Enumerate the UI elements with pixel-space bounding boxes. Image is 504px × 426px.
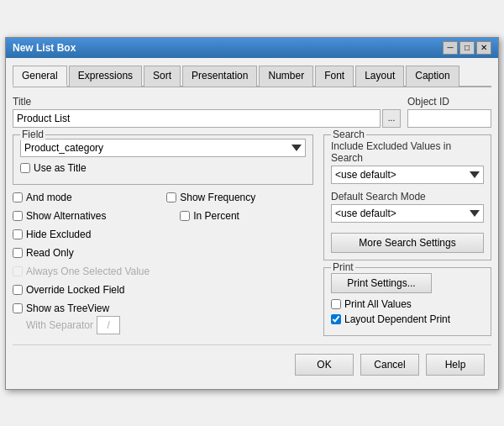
field-group: Field Product_category Use as Title [13,134,313,185]
in-percent-checkbox[interactable] [180,211,190,221]
use-as-title-checkbox[interactable] [20,163,30,173]
maximize-button[interactable]: □ [459,41,475,55]
close-button[interactable]: ✕ [476,41,491,55]
include-excluded-select[interactable]: <use default> [331,166,484,184]
show-alternatives-row: Show Alternatives [13,210,150,222]
default-search-select[interactable]: <use default> [331,204,484,223]
show-treeview-label: Show as TreeView [26,302,109,314]
override-locked-label: Override Locked Field [26,284,124,296]
field-group-label: Field [20,129,45,140]
help-button[interactable]: Help [426,354,485,376]
left-column: Field Product_category Use as Title An [13,134,313,336]
hide-excluded-label: Hide Excluded [26,229,91,240]
print-settings-button[interactable]: Print Settings... [331,273,432,293]
with-separator-label: With Separator [26,319,93,331]
use-as-title-row: Use as Title [20,162,306,174]
title-browse-button[interactable]: ... [382,109,401,128]
tab-caption[interactable]: Caption [406,66,459,87]
tab-font[interactable]: Font [315,66,354,87]
layout-dependent-row: Layout Dependent Print [331,313,484,325]
show-alternatives-checkbox[interactable] [13,211,23,221]
bottom-bar: OK Cancel Help [13,344,491,382]
tab-presentation[interactable]: Presentation [182,66,257,87]
title-label: Title [13,96,401,108]
search-group-label: Search [331,129,366,140]
read-only-checkbox[interactable] [13,248,23,258]
separator-row: With Separator [26,316,313,334]
cancel-button[interactable]: Cancel [360,354,419,376]
separator-input[interactable] [97,316,120,334]
include-excluded-label: Include Excluded Values in Search [331,140,484,164]
title-section: Title ... [13,96,401,128]
print-all-values-label: Print All Values [344,298,412,310]
title-objectid-row: Title ... Object ID [13,96,491,128]
checkboxes-area: And mode Show Alternatives Hide Excluded [13,192,313,299]
show-frequency-row: Show Frequency [166,192,255,203]
title-bar: New List Box ─ □ ✕ [6,38,498,58]
and-mode-label: And mode [26,192,72,203]
show-frequency-label: Show Frequency [180,192,255,203]
objectid-input[interactable] [407,109,491,128]
always-one-checkbox[interactable] [13,266,23,276]
always-one-label: Always One Selected Value [26,266,150,277]
tab-general[interactable]: General [13,66,67,87]
show-treeview-checkbox[interactable] [13,303,23,313]
show-treeview-row: Show as TreeView [13,302,313,314]
print-group: Print Print Settings... Print All Values… [323,267,491,336]
layout-dependent-checkbox[interactable] [331,314,341,324]
title-input[interactable] [13,109,381,128]
and-mode-row: And mode [13,192,150,203]
show-frequency-checkbox[interactable] [166,192,176,202]
default-search-label: Default Search Mode [331,191,484,202]
field-select[interactable]: Product_category [20,139,306,157]
layout-dependent-label: Layout Dependent Print [344,313,450,325]
new-list-box-dialog: New List Box ─ □ ✕ General Expressions S… [5,37,499,390]
tab-layout[interactable]: Layout [355,66,404,87]
always-one-row: Always One Selected Value [13,266,150,277]
right-checkboxes: Show Frequency In Percent [166,192,255,299]
print-all-values-row: Print All Values [331,298,484,310]
tab-bar: General Expressions Sort Presentation Nu… [13,65,491,87]
show-alternatives-label: Show Alternatives [26,210,106,222]
search-group: Search Include Excluded Values in Search… [323,134,491,260]
hide-excluded-checkbox[interactable] [13,229,23,239]
minimize-button[interactable]: ─ [443,41,458,55]
form-area: Field Product_category Use as Title An [13,134,491,336]
read-only-label: Read Only [26,247,74,259]
ok-button[interactable]: OK [295,354,354,376]
in-percent-label: In Percent [193,210,239,222]
print-all-values-checkbox[interactable] [331,299,341,309]
tab-expressions[interactable]: Expressions [69,66,142,87]
objectid-section: Object ID [407,96,491,128]
right-column: Search Include Excluded Values in Search… [323,134,491,336]
in-percent-row: In Percent [180,210,255,222]
read-only-row: Read Only [13,247,150,259]
title-bar-buttons: ─ □ ✕ [443,41,491,55]
override-locked-checkbox[interactable] [13,285,23,295]
print-group-label: Print [331,261,355,273]
window-title: New List Box [13,42,76,54]
tab-sort[interactable]: Sort [144,66,181,87]
objectid-label: Object ID [407,96,491,108]
override-locked-row: Override Locked Field [13,284,150,296]
tab-number[interactable]: Number [259,66,313,87]
dialog-content: General Expressions Sort Presentation Nu… [6,58,498,389]
more-search-button[interactable]: More Search Settings [331,233,484,253]
left-checkboxes: And mode Show Alternatives Hide Excluded [13,192,150,299]
and-mode-checkbox[interactable] [13,192,23,202]
title-input-row: ... [13,109,401,128]
use-as-title-label: Use as Title [34,162,87,174]
hide-excluded-row: Hide Excluded [13,229,150,240]
